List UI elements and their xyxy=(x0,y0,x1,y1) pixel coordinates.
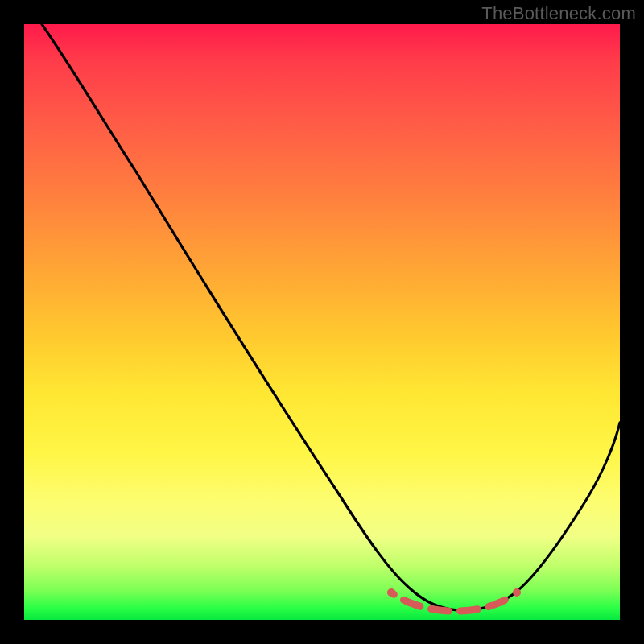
watermark-text: TheBottleneck.com xyxy=(481,3,636,24)
plot-area xyxy=(24,24,620,620)
svg-point-0 xyxy=(387,588,395,597)
svg-point-1 xyxy=(513,588,521,597)
optimal-range-marker xyxy=(24,24,620,620)
chart-frame: TheBottleneck.com xyxy=(0,0,644,644)
